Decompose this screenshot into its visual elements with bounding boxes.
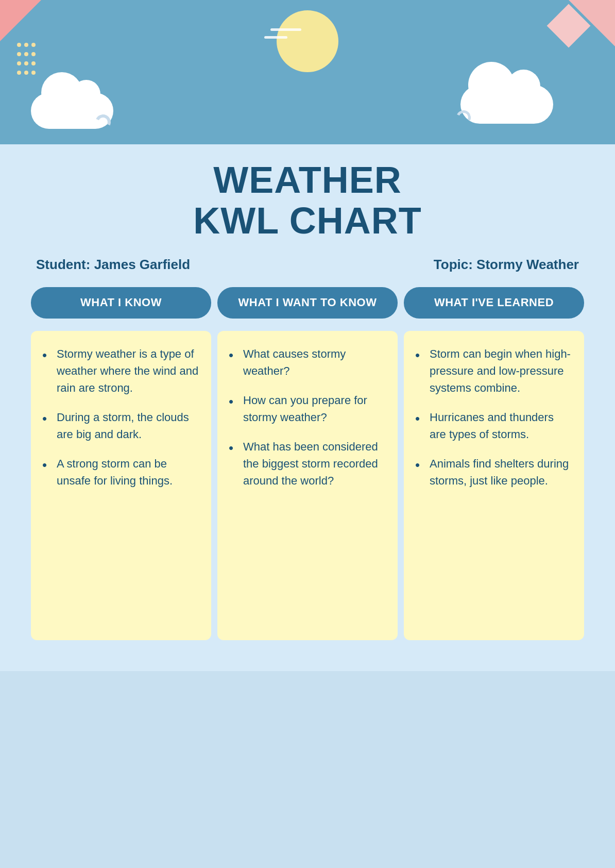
know-item-1: Stormy weather is a type of weather wher… xyxy=(42,345,200,396)
learned-item-2: Hurricanes and thunders are types of sto… xyxy=(415,409,573,443)
student-label: Student: James Garfield xyxy=(36,257,190,273)
column-headers: WHAT I KNOW WHAT I WANT TO KNOW WHAT I'V… xyxy=(31,287,584,319)
sun-decoration xyxy=(277,10,338,72)
know-item-3: A strong storm can be unsafe for living … xyxy=(42,455,200,489)
column-learned: Storm can begin when high-pressure and l… xyxy=(404,331,584,640)
column-want-to-know: What causes stormy weather? How can you … xyxy=(217,331,398,640)
know-item-2: During a storm, the clouds are big and d… xyxy=(42,409,200,443)
learned-item-3: Animals find shelters during storms, jus… xyxy=(415,455,573,489)
topic-label: Topic: Stormy Weather xyxy=(434,257,579,273)
learned-list: Storm can begin when high-pressure and l… xyxy=(415,345,573,489)
wind-line-2 xyxy=(264,36,287,39)
want-list: What causes stormy weather? How can you … xyxy=(229,345,386,489)
know-list: Stormy weather is a type of weather wher… xyxy=(42,345,200,489)
column-know: Stormy weather is a type of weather wher… xyxy=(31,331,211,640)
header-want-to-know: WHAT I WANT TO KNOW xyxy=(217,287,398,319)
want-item-3: What has been considered the biggest sto… xyxy=(229,438,386,489)
main-content: WEATHER KWL CHART Student: James Garfiel… xyxy=(0,144,615,671)
want-item-2: How can you prepare for stormy weather? xyxy=(229,392,386,426)
page-title: WEATHER KWL CHART xyxy=(31,160,584,241)
decorative-triangle-left xyxy=(0,0,41,41)
header-illustration xyxy=(0,0,615,144)
want-item-1: What causes stormy weather? xyxy=(229,345,386,379)
header-learned: WHAT I'VE LEARNED xyxy=(404,287,584,319)
cloud-right xyxy=(460,85,553,124)
wind-line-1 xyxy=(270,28,301,31)
content-columns: Stormy weather is a type of weather wher… xyxy=(31,331,584,640)
learned-item-1: Storm can begin when high-pressure and l… xyxy=(415,345,573,396)
decorative-dots xyxy=(15,41,37,78)
header-know: WHAT I KNOW xyxy=(31,287,211,319)
meta-row: Student: James Garfield Topic: Stormy We… xyxy=(31,257,584,273)
